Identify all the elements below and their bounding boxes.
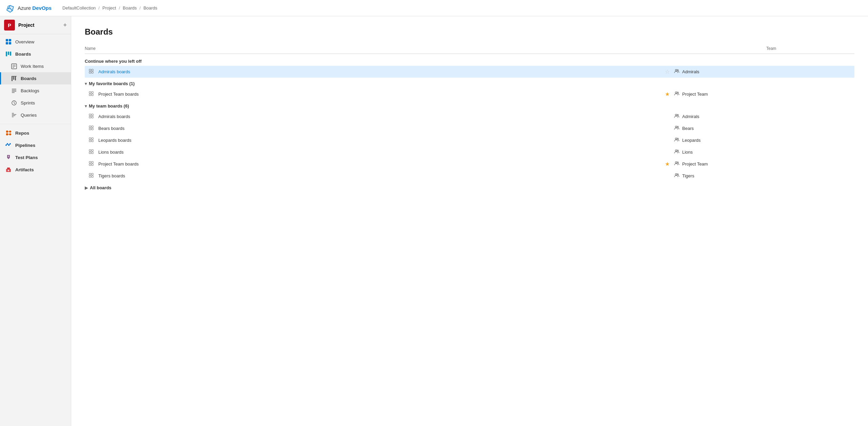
sidebar-item-pipelines[interactable]: Pipelines (0, 139, 71, 151)
svg-point-51 (675, 92, 677, 94)
sidebar-item-work-items[interactable]: Work Items (0, 60, 71, 72)
board-name-lions[interactable]: Lions boards (98, 150, 123, 155)
board-name-tigers[interactable]: Tigers boards (98, 173, 125, 178)
svg-rect-67 (89, 140, 91, 142)
board-name-text-project-team-fav[interactable]: Project Team boards (98, 92, 139, 97)
svg-rect-14 (15, 76, 16, 80)
svg-rect-60 (92, 126, 93, 128)
breadcrumb-boards-current: Boards (143, 5, 157, 11)
svg-rect-73 (89, 152, 91, 154)
project-name: Project (18, 22, 60, 28)
nav-divider-1 (0, 124, 71, 124)
svg-point-31 (5, 144, 7, 146)
svg-rect-68 (92, 140, 93, 142)
repos-icon (5, 130, 12, 136)
sidebar-item-sprints[interactable]: Sprints (0, 97, 71, 109)
team-boards-toggle[interactable]: ▾ (85, 104, 87, 109)
all-boards-toggle[interactable]: ▶ (85, 186, 88, 190)
sidebar-item-artifacts-label: Artifacts (15, 167, 34, 172)
board-name-admirals-team[interactable]: Admirals boards (98, 114, 130, 119)
svg-rect-27 (6, 133, 8, 135)
board-row-bears[interactable]: Bears boardsBears (85, 122, 854, 134)
breadcrumb-defaultcollection[interactable]: DefaultCollection (62, 5, 96, 11)
board-name-leopards[interactable]: Leopards boards (98, 138, 132, 143)
team-name-project-team: Project Team (682, 161, 708, 167)
svg-point-88 (677, 174, 678, 175)
sidebar-item-artifacts[interactable]: Artifacts (0, 163, 71, 176)
board-grid-icon (89, 137, 95, 143)
svg-rect-66 (92, 138, 93, 139)
sidebar-item-boards-section[interactable]: Boards (0, 48, 71, 60)
star-button-project-team-fav[interactable]: ★ (665, 91, 670, 97)
sidebar-item-boards[interactable]: Boards (0, 72, 71, 84)
logo[interactable]: Azure DevOps (5, 3, 52, 13)
board-name-text[interactable]: Admirals boards (98, 69, 130, 74)
board-row-project-team-favorite[interactable]: Project Team boards ★ Project Team (85, 88, 854, 100)
board-team-cell: Admirals (674, 69, 762, 75)
boards-section-icon (5, 51, 12, 57)
board-row-admirals-team[interactable]: Admirals boardsAdmirals (85, 111, 854, 122)
sidebar-item-repos-label: Repos (15, 131, 29, 136)
svg-point-70 (677, 138, 678, 139)
queries-icon (11, 112, 17, 118)
section-favorites[interactable]: ▾ My favorite boards (1) (85, 78, 854, 88)
svg-point-46 (677, 70, 678, 71)
board-row-admirals-continue[interactable]: Admirals boards ☆ Admirals (85, 66, 854, 78)
svg-rect-43 (89, 72, 91, 73)
svg-point-26 (9, 131, 11, 133)
board-team-cell: Bears (674, 125, 762, 132)
section-team-boards-label: My team boards (6) (89, 103, 129, 109)
svg-rect-6 (8, 52, 9, 55)
svg-rect-47 (89, 92, 91, 93)
pipelines-icon (5, 142, 12, 149)
favorites-toggle[interactable]: ▾ (85, 81, 87, 86)
svg-rect-15 (12, 76, 17, 77)
nav-section: Overview Boards Work Items (0, 34, 71, 177)
board-name-bears[interactable]: Bears boards (98, 126, 124, 131)
sidebar-item-test-plans-label: Test Plans (15, 155, 38, 160)
svg-rect-5 (6, 52, 7, 56)
svg-point-87 (675, 174, 677, 175)
svg-point-57 (675, 114, 677, 116)
board-grid-icon (89, 69, 95, 75)
svg-rect-54 (92, 114, 93, 116)
sidebar-item-test-plans[interactable]: Test Plans (0, 151, 71, 163)
azure-devops-logo-icon (5, 3, 15, 13)
svg-rect-84 (92, 173, 93, 175)
svg-rect-86 (92, 176, 93, 177)
board-row-lions[interactable]: Lions boardsLions (85, 146, 854, 158)
board-team-cell: Tigers (674, 173, 762, 179)
section-all-boards[interactable]: ▶ All boards (85, 182, 854, 192)
board-name-project-team[interactable]: Project Team boards (98, 161, 139, 167)
sidebar-item-work-items-label: Work Items (21, 64, 44, 69)
breadcrumb-boards[interactable]: Boards (123, 5, 137, 11)
board-row-project-team[interactable]: Project Team boards★Project Team (85, 158, 854, 170)
section-team-boards[interactable]: ▾ My team boards (6) (85, 100, 854, 111)
svg-point-82 (677, 162, 678, 163)
team-name-project-team-fav: Project Team (682, 92, 708, 97)
team-icon (674, 173, 679, 179)
svg-point-81 (675, 162, 677, 163)
board-row-leopards[interactable]: Leopards boardsLeopards (85, 134, 854, 146)
sidebar-item-backlogs[interactable]: Backlogs (0, 84, 71, 97)
col-header-team: Team (766, 46, 854, 51)
team-icon (674, 125, 679, 132)
breadcrumb-project[interactable]: Project (102, 5, 116, 11)
svg-point-76 (677, 150, 678, 151)
svg-point-33 (7, 143, 8, 144)
board-team-cell: Project Team (674, 91, 762, 97)
sidebar-item-queries[interactable]: Queries (0, 109, 71, 121)
svg-rect-77 (89, 161, 91, 163)
board-row-tigers[interactable]: Tigers boardsTigers (85, 170, 854, 182)
star-button-admirals-continue[interactable]: ☆ (665, 69, 670, 75)
svg-point-63 (675, 126, 677, 128)
svg-point-75 (675, 150, 677, 152)
star-button-project-team[interactable]: ★ (665, 161, 670, 167)
section-favorites-label: My favorite boards (1) (89, 81, 135, 86)
artifacts-icon (5, 166, 12, 173)
page-title: Boards (85, 27, 854, 37)
project-add-button[interactable]: + (63, 22, 67, 28)
svg-rect-80 (92, 164, 93, 166)
sidebar-item-overview[interactable]: Overview (0, 36, 71, 48)
sidebar-item-repos[interactable]: Repos (0, 127, 71, 139)
